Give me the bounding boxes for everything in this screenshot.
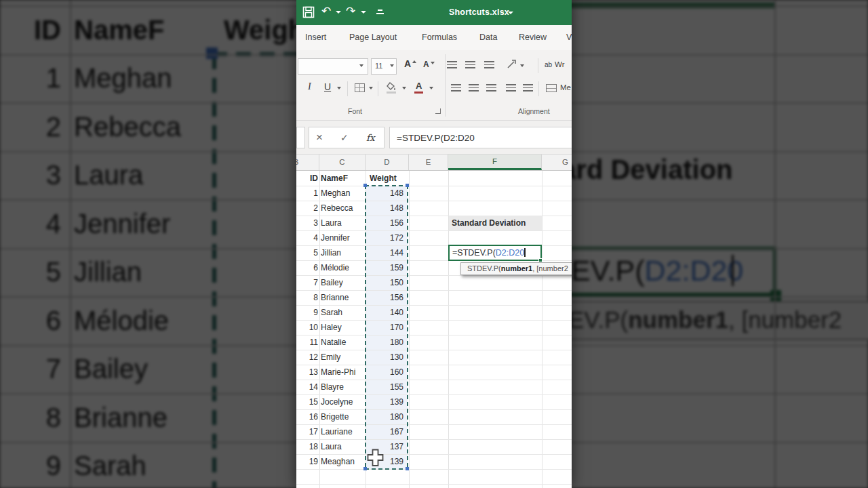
range-handle[interactable] xyxy=(363,184,367,187)
cell-id[interactable]: 13 xyxy=(296,365,318,380)
cell-id[interactable]: 12 xyxy=(296,350,318,365)
redo-dropdown-caret[interactable] xyxy=(361,11,366,14)
title-dropdown-caret[interactable] xyxy=(508,12,513,14)
cell-name[interactable]: Sarah xyxy=(321,305,366,320)
align-top-icon[interactable] xyxy=(447,61,457,68)
font-name-combo[interactable] xyxy=(298,58,368,75)
header-cell-weight[interactable]: Weight xyxy=(370,171,397,186)
insert-function-icon[interactable]: fx xyxy=(366,132,375,143)
cell-name[interactable]: Meaghan xyxy=(321,454,366,469)
grow-font-button[interactable]: A xyxy=(404,58,411,69)
merge-center-icon[interactable] xyxy=(546,84,557,92)
header-cell-id[interactable]: ID xyxy=(296,171,318,186)
cell-weight[interactable]: 130 xyxy=(364,350,403,365)
cell-name[interactable]: Laura xyxy=(321,216,366,230)
tab-insert[interactable]: Insert xyxy=(305,33,326,42)
cell-weight[interactable]: 155 xyxy=(364,380,403,394)
cell-weight[interactable]: 156 xyxy=(364,290,403,305)
fill-color-icon[interactable] xyxy=(387,82,397,91)
cell-id[interactable]: 4 xyxy=(296,230,318,245)
decrease-indent-icon[interactable] xyxy=(506,84,516,92)
cell-weight[interactable]: 150 xyxy=(364,275,403,290)
cell-weight[interactable]: 148 xyxy=(364,186,403,201)
cell-id[interactable]: 5 xyxy=(296,245,318,260)
font-color-button[interactable]: A xyxy=(416,81,422,91)
cell-id[interactable]: 11 xyxy=(296,335,318,350)
cell-name[interactable]: Brianne xyxy=(321,290,366,305)
column-header-g[interactable]: G xyxy=(542,155,572,170)
cell-id[interactable]: 8 xyxy=(296,290,318,305)
cell-name[interactable]: Jocelyne xyxy=(321,394,366,409)
cell-id[interactable]: 10 xyxy=(296,320,318,335)
align-center-icon[interactable] xyxy=(469,84,479,92)
cell-id[interactable]: 3 xyxy=(296,216,318,230)
range-handle[interactable] xyxy=(406,467,409,470)
cell-weight[interactable]: 180 xyxy=(364,409,403,424)
wrap-text-icon[interactable]: ab xyxy=(545,61,552,68)
cell-weight[interactable]: 148 xyxy=(364,201,403,216)
cell-weight[interactable]: 156 xyxy=(364,216,403,230)
borders-caret[interactable] xyxy=(369,87,373,89)
cell-id[interactable]: 9 xyxy=(296,305,318,320)
align-middle-icon[interactable] xyxy=(465,61,475,68)
cell-weight[interactable]: 167 xyxy=(364,424,403,439)
cell-weight[interactable]: 144 xyxy=(364,245,403,260)
font-color-caret[interactable] xyxy=(429,87,433,89)
align-left-icon[interactable] xyxy=(451,84,461,92)
redo-icon[interactable]: ↷ xyxy=(346,5,355,17)
cell-weight[interactable]: 159 xyxy=(364,260,403,275)
cell-id[interactable]: 17 xyxy=(296,424,318,439)
italic-button[interactable]: I xyxy=(308,81,311,92)
underline-caret[interactable] xyxy=(337,87,341,89)
cell-weight[interactable]: 160 xyxy=(364,365,403,380)
font-dialog-launcher-icon[interactable] xyxy=(435,108,441,114)
font-name-caret[interactable] xyxy=(359,64,363,67)
cell-id[interactable]: 6 xyxy=(296,260,318,275)
cell-name[interactable]: Haley xyxy=(321,320,366,335)
cell-name[interactable]: Rebecca xyxy=(321,201,366,216)
cell-id[interactable]: 7 xyxy=(296,275,318,290)
cell-id[interactable]: 16 xyxy=(296,409,318,424)
cell-weight[interactable]: 180 xyxy=(364,335,403,350)
cell-name[interactable]: Natalie xyxy=(321,335,366,350)
align-right-icon[interactable] xyxy=(486,84,496,92)
std-dev-cell[interactable]: Standard Deviation xyxy=(449,216,542,230)
name-box[interactable] xyxy=(296,127,305,148)
cell-name[interactable]: Emily xyxy=(321,350,366,365)
tab-data[interactable]: Data xyxy=(479,33,497,42)
tab-formulas[interactable]: Formulas xyxy=(422,33,457,42)
align-bottom-icon[interactable] xyxy=(484,61,494,68)
cell-id[interactable]: 1 xyxy=(296,186,318,201)
cell-name[interactable]: Marie-Phi xyxy=(321,365,366,380)
cell-id[interactable]: 14 xyxy=(296,380,318,394)
tab-review[interactable]: Review xyxy=(519,33,547,42)
cell-name[interactable]: Lauriane xyxy=(321,424,366,439)
cell-name[interactable]: Jennifer xyxy=(321,230,366,245)
enter-icon[interactable]: ✓ xyxy=(340,132,349,143)
borders-icon[interactable] xyxy=(355,83,365,92)
increase-indent-icon[interactable] xyxy=(523,84,533,92)
cell-name[interactable]: Laura xyxy=(321,439,366,454)
tab-view[interactable]: View xyxy=(566,33,572,42)
cell-name[interactable]: Mélodie xyxy=(321,260,366,275)
cell-id[interactable]: 19 xyxy=(296,454,318,469)
cell-name[interactable]: Brigette xyxy=(321,409,366,424)
wrap-text-label[interactable]: Wr xyxy=(555,60,564,68)
undo-icon[interactable]: ↶ xyxy=(321,5,331,17)
column-header-f[interactable]: F xyxy=(448,155,542,170)
column-header-c[interactable]: C xyxy=(319,155,366,170)
cell-name[interactable]: Blayre xyxy=(321,380,366,394)
cell-weight[interactable]: 172 xyxy=(364,230,403,245)
fill-color-caret[interactable] xyxy=(402,87,406,89)
cancel-icon[interactable]: × xyxy=(316,131,323,144)
cell-id[interactable]: 2 xyxy=(296,201,318,216)
cell-id[interactable]: 18 xyxy=(296,439,318,454)
shrink-font-button[interactable]: A xyxy=(423,60,429,69)
merge-center-label[interactable]: Me xyxy=(560,83,571,92)
font-size-caret[interactable] xyxy=(390,64,394,67)
cell-name[interactable]: Meghan xyxy=(321,186,366,201)
save-icon[interactable] xyxy=(302,6,315,18)
orientation-caret[interactable] xyxy=(520,64,524,67)
column-header-b[interactable]: B xyxy=(296,155,319,170)
underline-button[interactable]: U xyxy=(324,81,331,92)
